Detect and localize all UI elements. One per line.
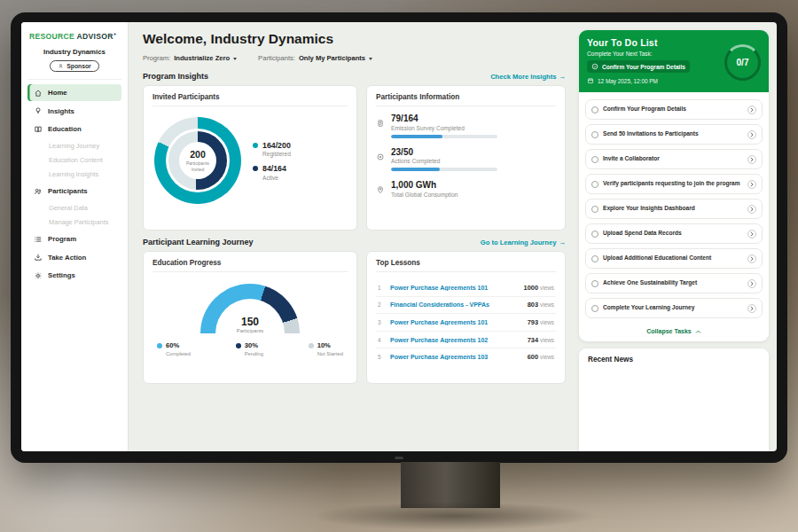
lesson-rank: 5 <box>378 354 385 360</box>
top-lessons-card: Top Lessons 1 Power Purchase Agreements … <box>366 251 566 384</box>
task-item[interactable]: Confirm Your Program Details <box>585 99 763 120</box>
legend-item-completed: 60% Completed <box>157 341 191 356</box>
legend-label: Active <box>262 175 286 181</box>
sidebar-item-general-data[interactable]: General Data <box>27 201 121 215</box>
chevron-right-icon <box>747 130 756 139</box>
task-item[interactable]: Explore Your Insights Dashboard <box>585 199 763 219</box>
sidebar-item-education-content[interactable]: Education Content <box>27 153 121 168</box>
recent-news-card: Recent News <box>579 348 769 451</box>
collapse-tasks-label: Collapse Tasks <box>646 328 691 334</box>
todo-card: Your To Do List Complete Your Next Task:… <box>579 30 769 341</box>
go-to-learning-journey-link[interactable]: Go to Learning Journey → <box>481 239 566 246</box>
card-title: Education Progress <box>153 259 348 272</box>
sidebar-item-program[interactable]: Program <box>27 231 121 247</box>
task-label: Upload Additional Educational Content <box>603 254 743 262</box>
task-label: Send 50 Invitations to Participants <box>603 130 743 138</box>
lesson-link[interactable]: Power Purchase Agreements 101 <box>390 285 519 291</box>
monitor-brand-mark <box>395 457 403 459</box>
location-pin-icon <box>376 182 385 201</box>
journey-cards-row: Education Progress 150 Participants <box>143 251 566 384</box>
invited-participants-card: Invited Participants 200 Participants In… <box>143 85 357 231</box>
chevron-right-icon <box>747 180 756 189</box>
views-count: 793 <box>528 318 538 326</box>
sidebar-item-label: Education <box>48 125 82 133</box>
next-task-pill[interactable]: Confirm Your Program Details <box>587 60 690 73</box>
task-checkbox[interactable] <box>591 280 598 287</box>
participants-filter-label: Participants: <box>258 54 295 62</box>
sidebar-item-settings[interactable]: Settings <box>27 267 121 284</box>
collapse-tasks-link[interactable]: Collapse Tasks <box>579 323 769 341</box>
task-label: Confirm Your Program Details <box>603 106 743 113</box>
sidebar-item-label: Program <box>48 235 76 243</box>
legend-item-active: 84/164 Active <box>253 164 291 181</box>
donut-legend: 164/200 Registered 84/164 Active <box>253 134 291 188</box>
recent-news-title: Recent News <box>588 356 760 364</box>
chevron-right-icon <box>747 304 756 313</box>
lesson-link[interactable]: Financial Considerations - VPPAs <box>390 301 522 308</box>
lesson-link[interactable]: Power Purchase Agreements 102 <box>390 337 522 343</box>
education-progress-gauge: 150 Participants <box>200 284 300 333</box>
legend-value: 84/164 <box>262 164 286 173</box>
download-icon <box>34 253 43 262</box>
task-checkbox[interactable] <box>591 206 598 213</box>
sidebar-nav: Home Insights Education Learning Journey… <box>27 79 121 286</box>
sidebar-item-take-action[interactable]: Take Action <box>27 249 121 266</box>
metric-actions-completed: 23/50 Actions Completed <box>376 147 556 172</box>
sidebar-item-participants[interactable]: Participants <box>27 183 121 200</box>
participants-filter-value: Only My Participants <box>299 54 365 62</box>
task-item[interactable]: Upload Additional Educational Content <box>585 248 763 269</box>
lesson-link[interactable]: Power Purchase Agreements 101 <box>390 319 522 325</box>
chevron-right-icon <box>747 205 756 214</box>
participants-filter[interactable]: Participants: Only My Participants <box>258 54 372 62</box>
lesson-row: 5 Power Purchase Agreements 103 600views <box>376 348 556 365</box>
card-title: Top Lessons <box>376 259 556 272</box>
task-checkbox[interactable] <box>591 131 598 138</box>
sidebar-item-insights[interactable]: Insights <box>27 103 121 120</box>
task-item[interactable]: Verify participants requesting to join t… <box>585 174 763 194</box>
sidebar-item-learning-insights[interactable]: Learning Insights <box>27 168 121 182</box>
task-label: Explore Your Insights Dashboard <box>603 205 743 213</box>
lesson-rank: 1 <box>378 285 385 291</box>
book-icon <box>34 125 43 134</box>
metric-global-consumption: 1,000 GWh Total Global Consumption <box>376 180 556 201</box>
views-suffix: views <box>540 301 554 308</box>
task-item[interactable]: Upload Spend Data Records <box>585 223 763 244</box>
page-title: Welcome, Industry Dynamics <box>143 31 566 47</box>
task-checkbox[interactable] <box>591 106 598 113</box>
task-item[interactable]: Achieve One Sustainability Target <box>585 273 763 293</box>
task-checkbox[interactable] <box>591 305 598 312</box>
task-item[interactable]: Complete Your Learning Journey <box>585 298 763 318</box>
sidebar-item-education[interactable]: Education <box>27 121 121 137</box>
legend-label: Completed <box>166 351 191 356</box>
metric-emission-survey: 79/164 Emission Survey Completed <box>376 113 556 138</box>
task-label: Complete Your Learning Journey <box>603 304 743 312</box>
chevron-right-icon <box>747 155 756 164</box>
check-more-insights-link[interactable]: Check More Insights → <box>490 73 566 81</box>
views-suffix: views <box>540 354 554 360</box>
task-checkbox[interactable] <box>591 181 598 188</box>
task-item[interactable]: Invite a Collaborator <box>585 149 763 169</box>
gear-icon <box>34 271 43 280</box>
sidebar-item-label: Participants <box>48 187 88 195</box>
legend-label: Not Started <box>317 351 343 356</box>
chevron-down-icon <box>233 58 237 60</box>
task-checkbox[interactable] <box>591 231 598 238</box>
emission-survey-progressbar <box>391 135 497 138</box>
insights-cards-row: Invited Participants 200 Participants In… <box>143 85 566 231</box>
task-checkbox[interactable] <box>591 255 598 262</box>
program-insights-section-header: Program Insights Check More Insights → <box>143 72 566 81</box>
org-name: Industry Dynamics <box>27 48 121 56</box>
link-label: Check More Insights <box>490 73 556 81</box>
program-filter[interactable]: Program: Industrialize Zero <box>143 54 237 62</box>
task-item[interactable]: Send 50 Invitations to Participants <box>585 124 763 145</box>
task-checkbox[interactable] <box>591 156 598 163</box>
sidebar-item-home[interactable]: Home <box>27 84 121 101</box>
views-count: 600 <box>528 353 538 361</box>
sidebar-item-manage-participants[interactable]: Manage Participants <box>27 215 121 230</box>
metric-label: Actions Completed <box>391 158 497 164</box>
sidebar-item-learning-journey[interactable]: Learning Journey <box>27 139 121 153</box>
program-filter-label: Program: <box>143 54 170 62</box>
lesson-link[interactable]: Power Purchase Agreements 103 <box>390 354 522 360</box>
sponsor-badge[interactable]: Sponsor <box>50 60 99 72</box>
lesson-views: 803views <box>528 301 554 309</box>
